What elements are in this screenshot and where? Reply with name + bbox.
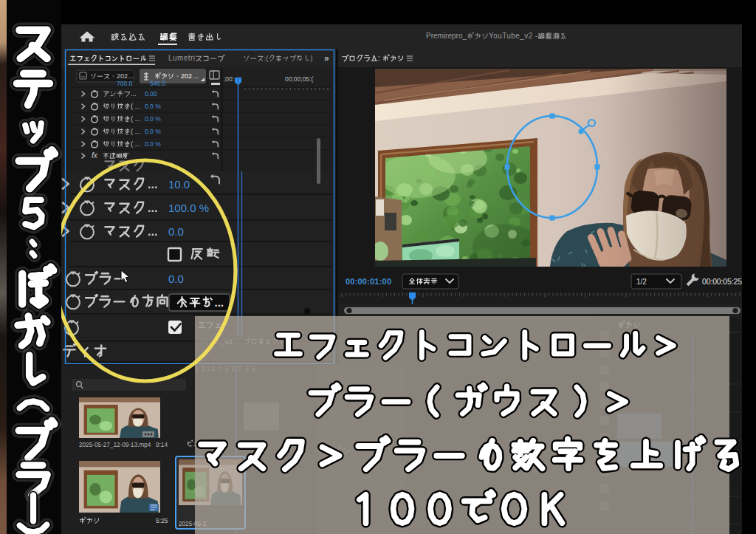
svg-text:...: ... [135, 128, 141, 135]
svg-text:700.0: 700.0 [117, 80, 133, 87]
svg-text:202: 202 [181, 72, 192, 80]
svg-text:...: ... [148, 225, 157, 238]
svg-text:0.00: 0.00 [145, 90, 157, 97]
svg-text:fx: fx [92, 151, 98, 160]
svg-text:...: ... [148, 202, 157, 214]
svg-text:202: 202 [117, 72, 128, 80]
svg-text:0.0 %: 0.0 % [145, 103, 161, 110]
svg-text:Premirepro_: Premirepro_ [426, 32, 467, 40]
svg-text:00:00:05:25: 00:00:05:25 [702, 277, 742, 286]
svg-text:...: ... [135, 115, 141, 123]
svg-text:): ) [310, 54, 312, 62]
svg-text::: : [378, 54, 380, 62]
svg-text:2025-05-27_12-09-13.mp4: 2025-05-27_12-09-13.mp4 [79, 442, 151, 448]
svg-text:...: ... [128, 72, 134, 80]
svg-text:...: ... [135, 140, 141, 148]
svg-text:00;00;05:(: 00;00;05:( [285, 75, 313, 83]
svg-text:100.0 %: 100.0 % [168, 202, 209, 214]
svg-text::(: :( [264, 54, 269, 62]
svg-text:»: » [324, 53, 329, 64]
svg-text:0.0: 0.0 [168, 225, 184, 238]
svg-text:...: ... [193, 72, 199, 80]
svg-text:...: ... [131, 90, 137, 97]
svg-text:...: ... [135, 103, 141, 110]
svg-text:...: ... [148, 178, 157, 191]
svg-text:;00:: ;00: [224, 75, 234, 83]
svg-text:5:25: 5:25 [156, 517, 168, 524]
svg-text:Lumetri: Lumetri [168, 54, 195, 62]
svg-text:0.0: 0.0 [168, 273, 184, 285]
svg-text:540.0: 540.0 [150, 80, 166, 87]
svg-text:0.0 %: 0.0 % [145, 128, 161, 135]
svg-text:0.0 %: 0.0 % [145, 140, 161, 148]
svg-text:0.0 %: 0.0 % [145, 115, 161, 123]
svg-text:00:00:01:00: 00:00:01:00 [346, 277, 391, 286]
svg-text:1/2: 1/2 [636, 278, 647, 286]
svg-text:YouTube_v2 -: YouTube_v2 - [489, 32, 537, 40]
svg-text:9:14: 9:14 [156, 442, 168, 448]
svg-text:...: ... [215, 296, 224, 309]
svg-text:10.0: 10.0 [168, 178, 190, 191]
